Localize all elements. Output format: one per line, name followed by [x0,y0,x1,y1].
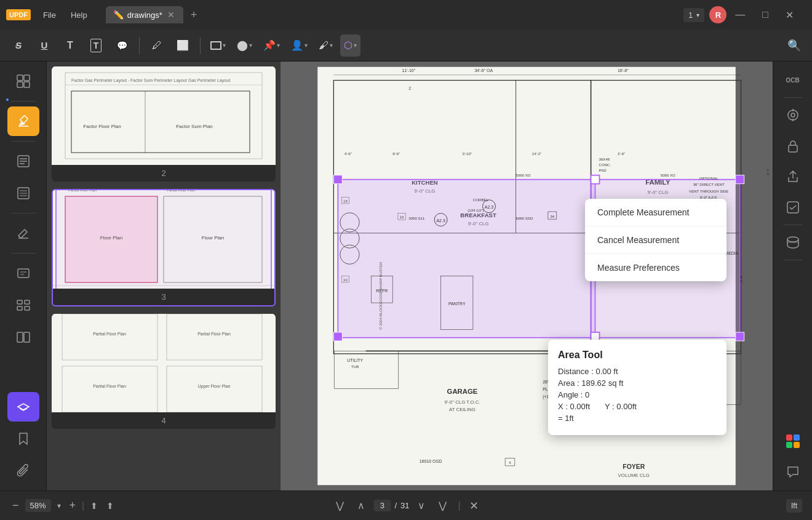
color-picker-button[interactable]: ⬤ ▾ [233,34,256,57]
sidebar-divider-3 [11,213,36,214]
minimize-button[interactable]: — [731,8,749,22]
sidebar-item-list[interactable] [7,178,39,208]
svg-rect-3 [24,82,30,87]
storage-button[interactable] [779,229,806,256]
svg-text:34'-6" OA: 34'-6" OA [474,68,493,73]
grid-icon [17,74,30,88]
svg-point-144 [788,110,798,120]
zoom-controls: − 58% ▾ + | ⬆ ⬆ [10,497,116,514]
user-avatar[interactable]: R [709,6,726,23]
sidebar-item-thumbnails[interactable] [7,66,39,96]
next-page-button[interactable]: ∨ [413,497,430,514]
titlebar-right: 1 ▾ R — □ ✕ [683,6,812,23]
svg-rect-79 [333,332,342,341]
zoom-dropdown-button[interactable]: ▾ [55,499,63,513]
thumbnail-page-4[interactable]: Partial Floor Plan Partial Floor Plan Pa… [52,314,276,429]
svg-rect-152 [786,434,792,441]
svg-text:VENT THROUGH SIDE: VENT THROUGH SIDE [689,189,728,193]
svg-rect-39 [65,196,157,282]
underline-button[interactable]: U [33,34,55,57]
active-tool-button[interactable]: ⬡ ▾ [340,34,360,57]
text-box-button[interactable]: T [85,34,107,57]
sidebar-item-bookmark[interactable] [7,424,39,454]
pen-color-icon: 🖌 [319,40,328,51]
sidebar-item-notes[interactable] [7,146,39,176]
fit-width-button[interactable]: ⬆ [104,498,116,513]
file-menu[interactable]: File [37,8,62,22]
chat-icon [786,465,800,479]
integrations-button[interactable] [779,428,806,455]
new-tab-button[interactable]: + [186,9,202,22]
page-selector[interactable]: 1 ▾ [683,8,704,22]
storage-icon [786,236,800,249]
active-tool-arrow-icon: ▾ [354,42,357,49]
strikethrough-button[interactable]: S [7,34,30,57]
organize-icon [17,298,30,312]
y-label: Y : [605,402,615,411]
titlebar: UPDF File Help ✏️ drawings* ✕ + 1 ▾ R — … [0,0,812,30]
svg-text:Partial Floor Plan: Partial Floor Plan [68,190,97,192]
svg-text:5060 XO: 5060 XO [516,173,531,177]
sidebar-item-attachment[interactable] [7,456,39,486]
svg-text:10: 10 [343,278,348,282]
zoom-in-button[interactable]: + [67,497,79,514]
sidebar-item-compare[interactable] [7,322,39,352]
right-sidebar-divider-1 [783,97,803,98]
distance-label: Distance : [558,367,594,376]
measure-preferences-item[interactable]: Measure Preferences [585,254,726,281]
prev-page-button[interactable]: ∧ [352,497,370,514]
lock-icon [786,139,800,153]
svg-text:Factor Gas Perimeter Layout - : Factor Gas Perimeter Layout - Factor Sum… [71,78,187,83]
close-button[interactable]: ✕ [782,8,797,22]
active-tab[interactable]: ✏️ drawings* ✕ [106,6,183,23]
person-button[interactable]: 👤 ▾ [287,34,311,57]
sidebar-item-organize[interactable] [7,290,39,320]
svg-text:16010 OSD: 16010 OSD [420,459,442,463]
help-menu[interactable]: Help [65,8,94,22]
text-button[interactable]: T [59,34,81,57]
shape-button[interactable]: ▾ [207,34,229,57]
last-page-button[interactable]: ⋁ [434,497,452,514]
highlight-button[interactable]: 🖊 [146,34,168,57]
svg-text:GARAGE: GARAGE [447,388,478,395]
scan-button[interactable] [779,102,806,129]
sidebar-item-form[interactable] [7,258,39,288]
pin-button[interactable]: 📌 ▾ [260,34,284,57]
fit-page-button[interactable]: ⬆ [88,498,100,513]
tab-close-btn[interactable]: ✕ [166,10,176,19]
chat-button[interactable] [779,458,806,486]
check-icon [786,201,800,214]
zoom-out-button[interactable]: − [10,497,22,514]
thumbnail-page-2[interactable]: Factor Gas Perimeter Layout - Factor Sum… [52,66,276,182]
cancel-measurement-item[interactable]: Cancel Measurement [585,226,726,254]
eraser-button[interactable]: ⬜ [172,34,194,57]
pin-icon: 📌 [263,39,276,51]
svg-rect-21 [25,306,30,310]
sidebar-item-edit[interactable] [7,218,39,248]
page-info: / 31 [373,500,409,511]
underline-icon: U [41,40,48,50]
sidebar-item-layers[interactable] [7,392,39,422]
zoom-level[interactable]: 58% [25,499,51,512]
svg-rect-75 [338,180,595,338]
thumbnail-page-3[interactable]: Floor Plan Floor Plan Partial Floor Plan… [52,189,276,306]
share-button[interactable] [779,163,806,190]
svg-text:PANTRY: PANTRY [448,302,466,306]
lock-button[interactable] [779,132,806,159]
svg-rect-81 [736,175,744,184]
svg-text:2'-6": 2'-6" [618,151,625,156]
maximize-button[interactable]: □ [758,8,772,22]
current-page-input[interactable] [373,500,391,511]
complete-measurement-item[interactable]: Complete Measurement [585,199,726,226]
text-box-icon: T [90,39,102,52]
callout-button[interactable]: 💬 [111,34,133,57]
check-button[interactable] [779,194,806,221]
pen-color-button[interactable]: 🖌 ▾ [315,34,336,57]
first-page-button[interactable]: ⋁ [331,497,349,514]
search-button[interactable]: 🔍 [784,35,805,56]
ocr-button[interactable]: OCB [779,66,806,94]
svg-rect-82 [736,332,744,341]
svg-text:UTILITY: UTILITY [347,358,363,362]
close-panel-button[interactable]: ✕ [467,497,481,515]
sidebar-item-highlight[interactable] [7,106,39,136]
